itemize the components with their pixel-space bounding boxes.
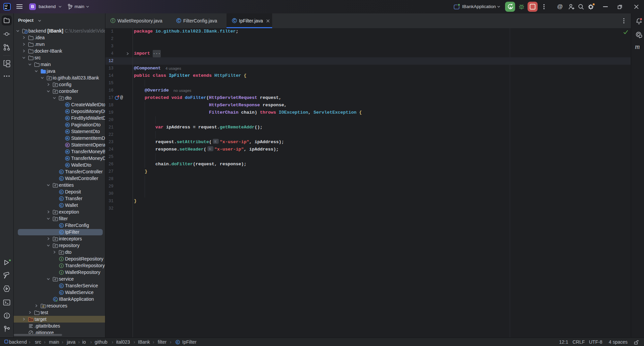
svg-text:R: R xyxy=(66,116,69,120)
svg-text:C: C xyxy=(60,224,63,227)
svg-text:R: R xyxy=(66,163,69,167)
svg-text:R: R xyxy=(66,103,69,107)
svg-text:C: C xyxy=(177,341,179,344)
svg-text:C: C xyxy=(60,177,63,180)
svg-text:E: E xyxy=(66,143,68,147)
svg-text:R: R xyxy=(66,110,69,113)
svg-text:C: C xyxy=(60,230,63,234)
svg-text:C: C xyxy=(233,19,236,22)
svg-text:C: C xyxy=(60,197,63,200)
svg-text:R: R xyxy=(66,130,69,133)
svg-text:I: I xyxy=(61,264,62,268)
svg-text:R: R xyxy=(66,123,69,127)
svg-text:C: C xyxy=(178,19,180,22)
svg-text:C: C xyxy=(60,284,63,288)
svg-text:I: I xyxy=(61,271,62,274)
svg-text:R: R xyxy=(66,150,69,154)
svg-text:R: R xyxy=(66,136,69,140)
svg-text:C: C xyxy=(60,190,63,194)
svg-text:C: C xyxy=(60,170,63,174)
svg-text:C: C xyxy=(60,204,63,207)
svg-text:C: C xyxy=(60,291,63,294)
svg-text:I: I xyxy=(112,19,113,22)
svg-text:I: I xyxy=(61,257,62,261)
svg-text:R: R xyxy=(66,157,69,160)
